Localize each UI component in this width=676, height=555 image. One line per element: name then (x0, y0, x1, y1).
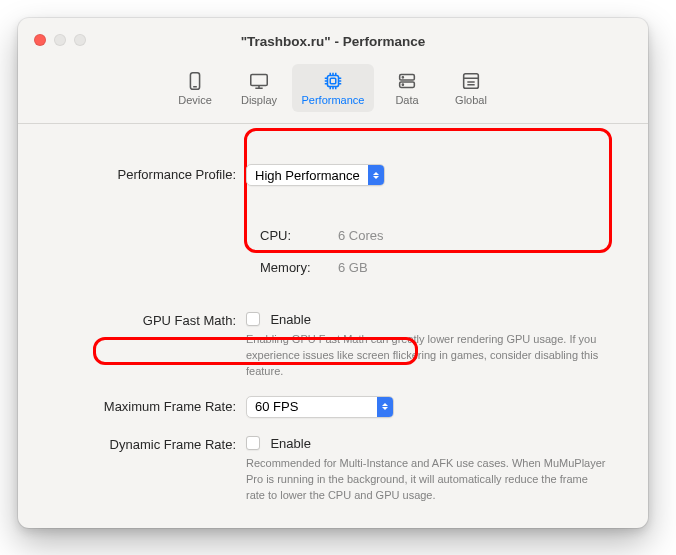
max-frame-rate-value: 60 FPS (255, 399, 298, 414)
tab-performance[interactable]: Performance (292, 64, 374, 112)
spec-memory-label: Memory: (260, 260, 320, 275)
gpu-fast-math-help: Enabling GPU Fast Math can greatly lower… (246, 332, 606, 380)
label-max-frame-rate: Maximum Frame Rate: (46, 396, 246, 414)
content: Performance Profile: High Performance CP… (18, 124, 648, 504)
traffic-lights (34, 34, 86, 46)
performance-profile-select[interactable]: High Performance (246, 164, 385, 186)
svg-rect-2 (251, 75, 268, 86)
performance-profile-value: High Performance (255, 168, 360, 183)
max-frame-rate-select[interactable]: 60 FPS (246, 396, 394, 418)
svg-rect-23 (464, 74, 479, 89)
row-dynamic-frame-rate: Dynamic Frame Rate: Enable Recommended f… (46, 434, 620, 504)
tab-device[interactable]: Device (164, 64, 226, 112)
svg-rect-6 (330, 78, 336, 84)
tab-global[interactable]: Global (440, 64, 502, 112)
data-icon (396, 70, 418, 92)
chevron-updown-icon (377, 397, 393, 417)
chip-icon (322, 70, 344, 92)
gpu-fast-math-checkbox[interactable] (246, 312, 260, 326)
global-icon (460, 70, 482, 92)
gpu-fast-math-enable-label: Enable (270, 312, 310, 327)
svg-rect-5 (328, 76, 339, 87)
settings-window: "Trashbox.ru" - Performance Device Displ… (18, 18, 648, 528)
spec-cpu-label: CPU: (260, 228, 320, 243)
display-icon (248, 70, 270, 92)
zoom-icon[interactable] (74, 34, 86, 46)
row-gpu-fast-math: GPU Fast Math: Enable Enabling GPU Fast … (46, 310, 620, 380)
row-max-frame-rate: Maximum Frame Rate: 60 FPS (46, 396, 620, 418)
label-performance-profile: Performance Profile: (46, 164, 246, 182)
dynamic-frame-rate-help: Recommended for Multi-Instance and AFK u… (246, 456, 606, 504)
titlebar: "Trashbox.ru" - Performance (18, 18, 648, 64)
device-icon (184, 70, 206, 92)
tab-display[interactable]: Display (228, 64, 290, 112)
label-gpu-fast-math: GPU Fast Math: (46, 310, 246, 328)
row-performance-profile: Performance Profile: High Performance CP… (46, 164, 620, 294)
dynamic-frame-rate-checkbox[interactable] (246, 436, 260, 450)
tab-data[interactable]: Data (376, 64, 438, 112)
window-title: "Trashbox.ru" - Performance (241, 34, 426, 49)
minimize-icon[interactable] (54, 34, 66, 46)
close-icon[interactable] (34, 34, 46, 46)
spec-cpu-value: 6 Cores (338, 228, 384, 243)
tab-bar: Device Display Performance Data Global (18, 64, 648, 124)
dynamic-frame-rate-enable-label: Enable (270, 436, 310, 451)
svg-point-22 (402, 84, 403, 85)
spec-row-memory: Memory: 6 GB (260, 254, 582, 280)
spec-memory-value: 6 GB (338, 260, 368, 275)
svg-point-21 (402, 77, 403, 78)
spec-row-cpu: CPU: 6 Cores (260, 222, 582, 248)
label-dynamic-frame-rate: Dynamic Frame Rate: (46, 434, 246, 452)
specs-panel: CPU: 6 Cores Memory: 6 GB (246, 210, 596, 294)
chevron-updown-icon (368, 165, 384, 185)
